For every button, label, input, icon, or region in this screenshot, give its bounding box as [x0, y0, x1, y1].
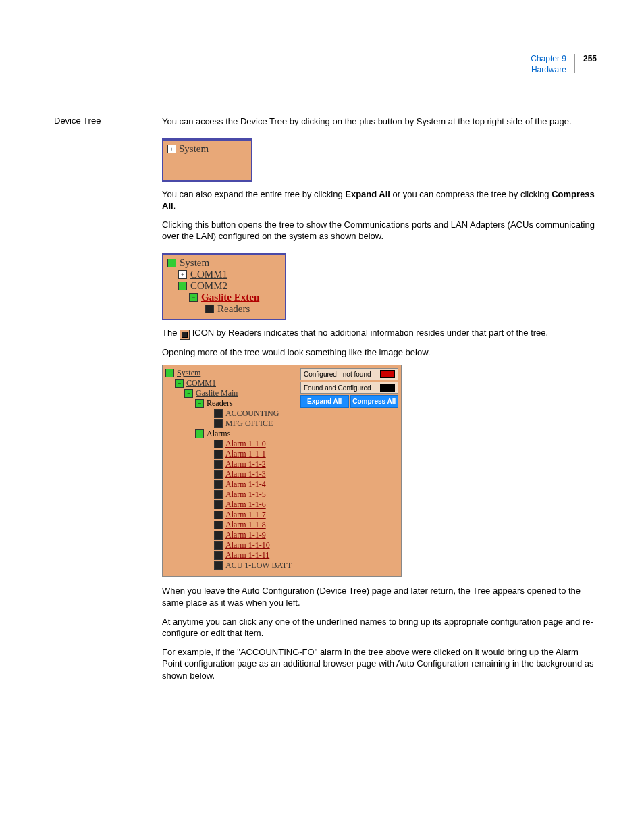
paragraph-1: You can access the Device Tree by clicki… — [162, 115, 597, 128]
leaf-icon — [214, 470, 223, 479]
leaf-icon — [214, 460, 223, 469]
fig3-alarm-row: Alarm 1-1-6 — [165, 500, 298, 510]
fig3-readers-label: Readers — [207, 398, 233, 409]
fig3-alarm-row: Alarm 1-1-8 — [165, 520, 298, 530]
compress-all-button[interactable]: Compress All — [350, 395, 399, 408]
minus-icon[interactable]: − — [195, 429, 204, 438]
fig3-alarm-link[interactable]: Alarm 1-1-1 — [225, 449, 266, 459]
minus-icon[interactable]: − — [167, 259, 176, 267]
paragraph-3: Clicking this button opens the tree to s… — [162, 219, 597, 242]
fig3-alarm-link[interactable]: Alarm 1-1-8 — [225, 520, 266, 530]
fig3-alarm-link[interactable]: Alarm 1-1-11 — [225, 550, 269, 561]
p4-b: ICON by Readers indicates that no additi… — [192, 328, 549, 338]
leaf-icon — [214, 500, 223, 509]
leaf-icon — [214, 551, 223, 560]
paragraph-7: At anytime you can click any one of the … — [162, 616, 597, 640]
fig2-inner: − System + COMM1 − COMM2 − Gaslite Exten — [163, 255, 285, 319]
fig3-alarm-row: Alarm 1-1-7 — [165, 510, 298, 520]
fig3-alarm-row: Alarm 1-1-10 — [165, 540, 298, 550]
fig3-accounting-link[interactable]: ACCOUNTING — [225, 409, 279, 419]
paragraph-2: You can also expand the entire tree by c… — [162, 188, 597, 212]
section-label-header: Hardware — [531, 65, 566, 76]
fig3-mfg-row: MFG OFFICE — [165, 419, 298, 429]
fig3-acu-link[interactable]: ACU 1-LOW BATT — [225, 561, 292, 571]
paragraph-8: For example, if the "ACCOUNTING-FO" alar… — [162, 646, 597, 682]
fig3-comm1-row: − COMM1 — [165, 378, 298, 388]
minus-icon[interactable]: − — [165, 369, 174, 377]
fig3-alarm-row: Alarm 1-1-4 — [165, 479, 298, 490]
leaf-icon — [214, 511, 223, 519]
fig3-alarm-link[interactable]: Alarm 1-1-5 — [225, 490, 266, 500]
leaf-icon — [214, 541, 223, 550]
fig3-gaslite-link[interactable]: Gaslite Main — [196, 388, 238, 398]
content-row: Device Tree You can access the Device Tr… — [54, 115, 597, 688]
fig3-mfg-link[interactable]: MFG OFFICE — [225, 419, 273, 429]
plus-icon[interactable]: + — [178, 270, 187, 279]
fig2-system-row: − System — [167, 257, 281, 269]
minus-icon[interactable]: − — [178, 282, 187, 290]
leaf-icon — [214, 531, 223, 540]
fig1-row: + System — [163, 141, 251, 157]
fig3-alarm-link[interactable]: Alarm 1-1-10 — [225, 540, 270, 550]
legend-not-found: Configured - not found — [300, 368, 398, 380]
fig2-gaslite-link[interactable]: Gaslite Exten — [201, 292, 259, 303]
fig3-alarms-row: − Alarms — [165, 429, 298, 439]
legend-swatch-black — [380, 384, 395, 392]
fig3-acu-row: ACU 1-LOW BATT — [165, 561, 298, 571]
fig3-alarm-link[interactable]: Alarm 1-1-4 — [225, 479, 266, 490]
legend1-label: Configured - not found — [304, 371, 371, 378]
legend2-label: Found and Configured — [304, 384, 371, 392]
fig3-alarm-row: Alarm 1-1-5 — [165, 490, 298, 500]
margin-section-label: Device Tree — [54, 115, 135, 688]
fig3-alarm-row: Alarm 1-1-3 — [165, 469, 298, 479]
figure-system-collapsed: + System — [162, 138, 252, 182]
leaf-icon — [214, 490, 223, 499]
fig3-alarm-link[interactable]: Alarm 1-1-2 — [225, 459, 266, 469]
fig3-readers-row: − Readers — [165, 398, 298, 409]
fig3-system-row: − System — [165, 368, 298, 378]
leaf-icon — [214, 440, 223, 448]
body-column: You can access the Device Tree by clicki… — [162, 115, 597, 688]
page-number: 255 — [583, 54, 597, 63]
p4-a: The — [162, 328, 180, 338]
fig3-comm1-link[interactable]: COMM1 — [186, 378, 216, 388]
fig3-button-row: Expand All Compress All — [300, 395, 398, 408]
fig3-alarm-link[interactable]: Alarm 1-1-6 — [225, 500, 266, 510]
minus-icon[interactable]: − — [189, 293, 198, 302]
fig3-alarm-link[interactable]: Alarm 1-1-0 — [225, 439, 266, 449]
leaf-icon — [214, 561, 223, 570]
fig3-side-panel: Configured - not found Found and Configu… — [300, 365, 401, 576]
fig3-alarm-link[interactable]: Alarm 1-1-9 — [225, 530, 266, 540]
fig3-alarm-row: Alarm 1-1-0 — [165, 439, 298, 449]
p2-text-c: or you can compress the tree by clicking — [390, 189, 552, 199]
header-inner: Chapter 9 Hardware 255 — [531, 54, 597, 75]
fig3-alarms-label: Alarms — [207, 429, 230, 439]
minus-icon[interactable]: − — [175, 379, 184, 388]
fig3-system-link[interactable]: System — [177, 368, 200, 378]
figure-tree-partial: − System + COMM1 − COMM2 − Gaslite Exten — [162, 253, 286, 320]
fig2-system-label: System — [180, 257, 209, 269]
leaf-icon-inline — [180, 330, 190, 340]
leaf-icon — [214, 409, 223, 418]
paragraph-5: Opening more of the tree would look some… — [162, 346, 597, 359]
p2-text-e: . — [173, 201, 176, 211]
fig2-comm1-link[interactable]: COMM1 — [190, 269, 227, 280]
paragraph-4: The ICON by Readers indicates that no ad… — [162, 327, 597, 340]
expand-all-button[interactable]: Expand All — [300, 395, 349, 408]
header-chapter-block: Chapter 9 Hardware — [531, 54, 566, 75]
fig3-alarm-link[interactable]: Alarm 1-1-7 — [225, 510, 266, 520]
fig3-alarm-link[interactable]: Alarm 1-1-3 — [225, 469, 266, 479]
fig3-alarm-row: Alarm 1-1-1 — [165, 449, 298, 459]
p2-text-a: You can also expand the entire tree by c… — [162, 189, 345, 199]
leaf-icon — [214, 480, 223, 489]
plus-icon[interactable]: + — [167, 145, 176, 153]
fig2-readers-row: Readers — [167, 303, 281, 315]
minus-icon[interactable]: − — [195, 399, 204, 408]
leaf-icon — [214, 419, 223, 428]
fig2-comm2-link[interactable]: COMM2 — [190, 280, 227, 292]
header-divider — [574, 54, 575, 73]
fig2-comm1-row: + COMM1 — [167, 269, 281, 280]
fig1-system-label: System — [179, 143, 209, 155]
leaf-icon — [214, 450, 223, 459]
minus-icon[interactable]: − — [184, 389, 193, 398]
